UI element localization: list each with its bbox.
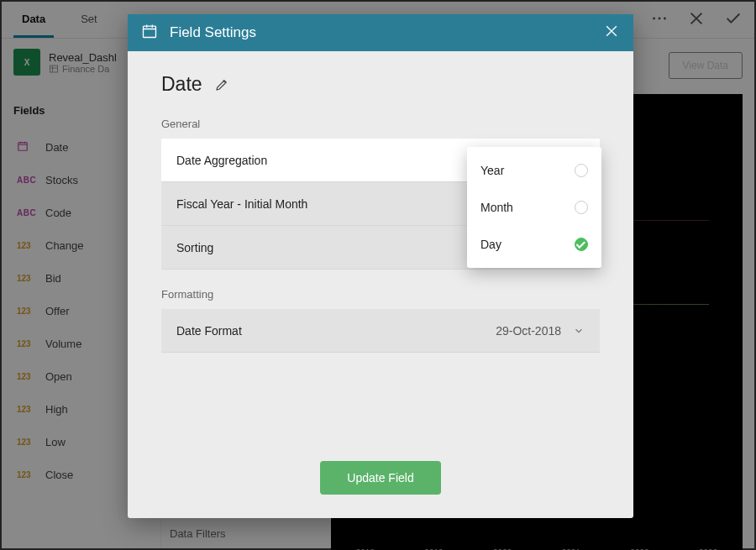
date-format-value: 29-Oct-2018 <box>496 324 561 338</box>
row-fiscal-year-label: Fiscal Year - Initial Month <box>176 197 307 211</box>
field-settings-modal: Field Settings Date General Date Aggrega… <box>128 14 633 518</box>
aggregation-option-day-label: Day <box>480 238 501 251</box>
radio-unchecked-icon <box>575 201 588 214</box>
row-date-format-label: Date Format <box>176 324 242 338</box>
row-date-format[interactable]: Date Format 29-Oct-2018 <box>161 309 600 353</box>
aggregation-option-year[interactable]: Year <box>467 152 601 189</box>
modal-close-icon[interactable] <box>603 23 620 43</box>
svg-rect-5 <box>144 26 156 37</box>
aggregation-option-month[interactable]: Month <box>467 189 601 226</box>
row-date-aggregation-label: Date Aggregation <box>176 154 267 167</box>
aggregation-option-year-label: Year <box>480 164 504 177</box>
calendar-settings-icon <box>141 23 158 43</box>
section-formatting-label: Formatting <box>161 288 600 301</box>
field-name-heading: Date <box>161 73 202 96</box>
update-field-button[interactable]: Update Field <box>320 461 440 495</box>
radio-unchecked-icon <box>575 164 588 177</box>
modal-title: Field Settings <box>170 24 591 41</box>
aggregation-popup: Year Month Day <box>467 147 601 268</box>
section-general-label: General <box>161 118 600 130</box>
aggregation-option-month-label: Month <box>480 201 513 214</box>
row-sorting-label: Sorting <box>176 241 213 254</box>
edit-name-icon[interactable] <box>214 77 229 92</box>
radio-checked-icon <box>575 238 588 251</box>
chevron-down-icon <box>573 325 585 337</box>
aggregation-option-day[interactable]: Day <box>467 226 601 263</box>
